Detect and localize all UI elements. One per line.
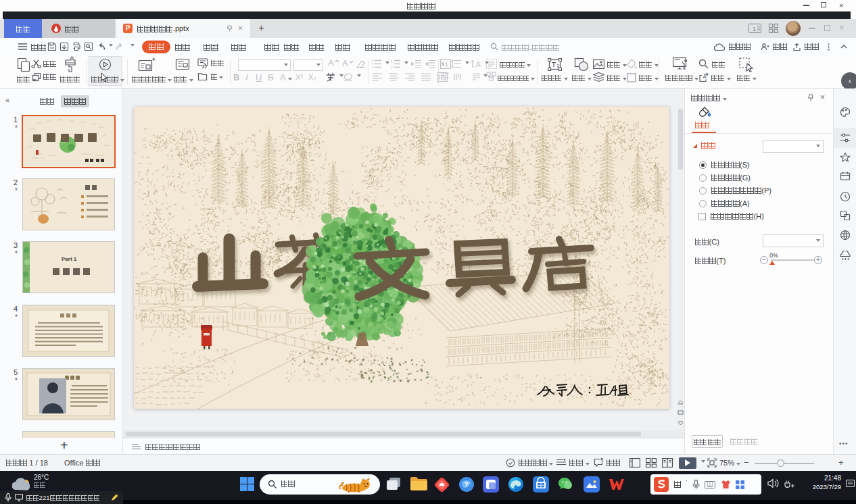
svg-text:?: ? [465, 481, 469, 488]
svg-text:A: A [476, 61, 481, 68]
svg-text:Part 1: Part 1 [62, 256, 77, 262]
svg-text:1: 1 [753, 26, 756, 32]
